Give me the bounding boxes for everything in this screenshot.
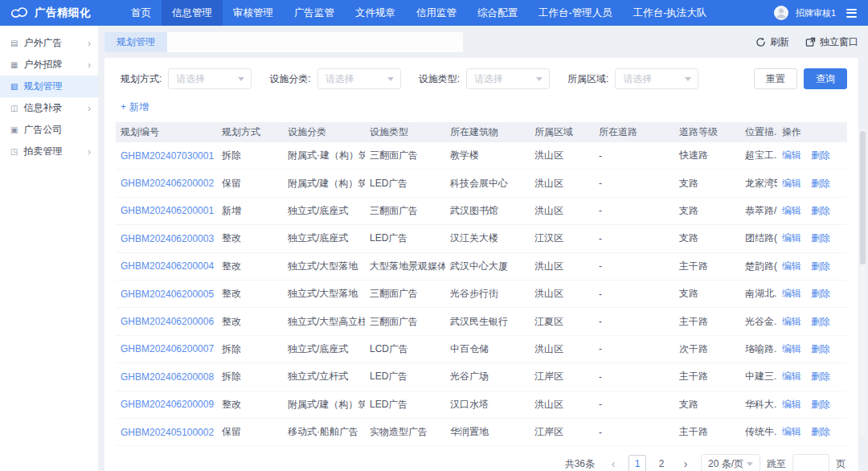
brand[interactable]: 广告精细化 — [0, 6, 121, 20]
query-button[interactable]: 查询 — [804, 68, 847, 89]
nav-item[interactable]: 信息管理 — [162, 0, 223, 26]
next-page-button[interactable]: › — [677, 455, 694, 471]
row-actions: 编辑删除 — [777, 287, 847, 301]
cell-district: 江夏区 — [530, 315, 594, 329]
filter-select[interactable]: 请选择 — [615, 68, 698, 89]
delete-link[interactable]: 删除 — [811, 425, 830, 439]
cell-location: 华科大... — [740, 398, 777, 412]
plan-id-link[interactable]: GHBM202406200003 — [116, 233, 217, 244]
nav-item[interactable]: 文件规章 — [345, 0, 406, 26]
sidebar-item[interactable]: ▦户外招牌› — [0, 54, 98, 76]
sidebar-item-label: 户外广告 — [23, 36, 62, 50]
plan-id-link[interactable]: GHBM202406200006 — [116, 316, 217, 327]
refresh-icon — [755, 37, 766, 47]
table-header-cell: 设施分类 — [283, 125, 365, 139]
edit-link[interactable]: 编辑 — [782, 204, 801, 218]
add-button[interactable]: +新增 — [121, 101, 149, 113]
plan-id-link[interactable]: GHBM202406200005 — [116, 289, 217, 300]
cell-building: 武汉图书馆 — [445, 204, 530, 218]
filter-select[interactable]: 请选择 — [168, 68, 252, 89]
delete-link[interactable]: 删除 — [811, 149, 830, 162]
edit-link[interactable]: 编辑 — [782, 315, 801, 329]
plan-id-link[interactable]: GHBM202406200001 — [116, 205, 217, 216]
nav-item[interactable]: 审核管理 — [223, 0, 284, 26]
cell-category: 附属式·建（构）筑物... — [283, 149, 365, 162]
filter-select[interactable]: 请选择 — [317, 68, 401, 89]
cell-category: 独立式/底座式 — [283, 231, 365, 245]
vertical-scrollbar[interactable] — [860, 129, 866, 436]
jump-page-input[interactable] — [792, 454, 829, 471]
edit-link[interactable]: 编辑 — [782, 398, 801, 412]
nav-item[interactable]: 工作台-执法大队 — [623, 0, 718, 26]
refresh-label: 刷新 — [770, 35, 789, 49]
sidebar-item-label: 户外招牌 — [23, 58, 62, 72]
delete-link[interactable]: 删除 — [811, 231, 830, 245]
delete-link[interactable]: 删除 — [811, 315, 830, 329]
scrollbar-thumb[interactable] — [860, 131, 866, 264]
filter-group: 规划方式:请选择 — [121, 68, 252, 89]
sidebar-item-label: 规划管理 — [23, 80, 62, 93]
table-header-cell: 所在建筑物 — [445, 125, 530, 139]
table-header-cell: 设施类型 — [365, 125, 445, 139]
delete-link[interactable]: 删除 — [811, 287, 830, 301]
reset-button[interactable]: 重置 — [754, 68, 797, 89]
sidebar-item[interactable]: ▣广告公司 — [0, 119, 98, 141]
cell-location: 恭萃路/... — [740, 204, 777, 218]
plan-id-link[interactable]: GHBM202406200008 — [116, 371, 217, 383]
prev-page-button[interactable]: ‹ — [604, 455, 622, 471]
plan-id-link[interactable]: GHBM202406200009 — [116, 399, 217, 410]
plan-id-link[interactable]: GHBM202407030001 — [116, 150, 217, 162]
independent-window-button[interactable]: 独立窗口 — [805, 35, 858, 49]
sidebar-item[interactable]: ▧规划管理 — [0, 76, 98, 97]
cell-location: 团结路(... — [740, 231, 777, 245]
cell-mode: 整改 — [217, 260, 283, 273]
edit-link[interactable]: 编辑 — [782, 260, 801, 273]
delete-link[interactable]: 删除 — [811, 398, 830, 412]
table-header-cell: 道路等级 — [674, 125, 740, 139]
delete-link[interactable]: 删除 — [811, 260, 830, 273]
plan-id-link[interactable]: GHBM202406200007 — [116, 343, 217, 354]
cell-district: 江岸区 — [530, 425, 594, 439]
nav-item[interactable]: 信用监管 — [406, 0, 467, 26]
delete-link[interactable]: 删除 — [811, 204, 830, 218]
tab-planning-management[interactable]: 规划管理 — [104, 32, 167, 52]
nav-item[interactable]: 广告监管 — [284, 0, 345, 26]
page-unit-label: 页 — [836, 457, 845, 471]
page-number[interactable]: 2 — [653, 455, 670, 471]
edit-link[interactable]: 编辑 — [782, 149, 801, 162]
cell-location: 超宝工... — [740, 149, 777, 162]
edit-link[interactable]: 编辑 — [782, 425, 801, 439]
hamburger-menu-icon[interactable] — [846, 9, 857, 18]
sidebar: ▤户外广告›▦户外招牌›▧规划管理◫信息补录›▣广告公司◳拍卖管理› — [0, 26, 98, 471]
cell-mode: 整改 — [217, 287, 283, 301]
sidebar-item[interactable]: ▤户外广告› — [0, 32, 98, 54]
page-number[interactable]: 1 — [628, 455, 646, 471]
cell-location: 南湖北... — [740, 287, 777, 301]
cell-type: 三翻面广告 — [365, 204, 445, 218]
edit-link[interactable]: 编辑 — [782, 370, 801, 383]
row-actions: 编辑删除 — [777, 260, 847, 273]
cell-type: 三翻面广告 — [365, 149, 445, 162]
plan-id-link[interactable]: GHBM202405100002 — [116, 427, 217, 438]
page-size-select[interactable]: 20 条/页 — [701, 454, 760, 471]
row-actions: 编辑删除 — [777, 370, 847, 383]
delete-link[interactable]: 删除 — [811, 370, 830, 383]
delete-link[interactable]: 删除 — [811, 177, 830, 190]
sidebar-item[interactable]: ◳拍卖管理› — [0, 141, 98, 162]
edit-link[interactable]: 编辑 — [782, 287, 801, 301]
filter-select[interactable]: 请选择 — [466, 68, 550, 89]
plan-id-link[interactable]: GHBM202406200004 — [116, 260, 217, 272]
refresh-button[interactable]: 刷新 — [755, 35, 789, 49]
edit-link[interactable]: 编辑 — [782, 342, 801, 356]
delete-link[interactable]: 删除 — [811, 342, 830, 356]
nav-item[interactable]: 综合配置 — [467, 0, 528, 26]
nav-item[interactable]: 工作台-管理人员 — [528, 0, 623, 26]
nav-item[interactable]: 首页 — [121, 0, 162, 26]
filter-placeholder: 请选择 — [176, 72, 205, 86]
user-name[interactable]: 招牌审核1 — [796, 7, 836, 19]
sidebar-item[interactable]: ◫信息补录› — [0, 97, 98, 119]
edit-link[interactable]: 编辑 — [782, 231, 801, 245]
edit-link[interactable]: 编辑 — [782, 177, 801, 190]
plan-id-link[interactable]: GHBM202406200002 — [116, 178, 217, 189]
user-avatar[interactable] — [774, 6, 788, 20]
